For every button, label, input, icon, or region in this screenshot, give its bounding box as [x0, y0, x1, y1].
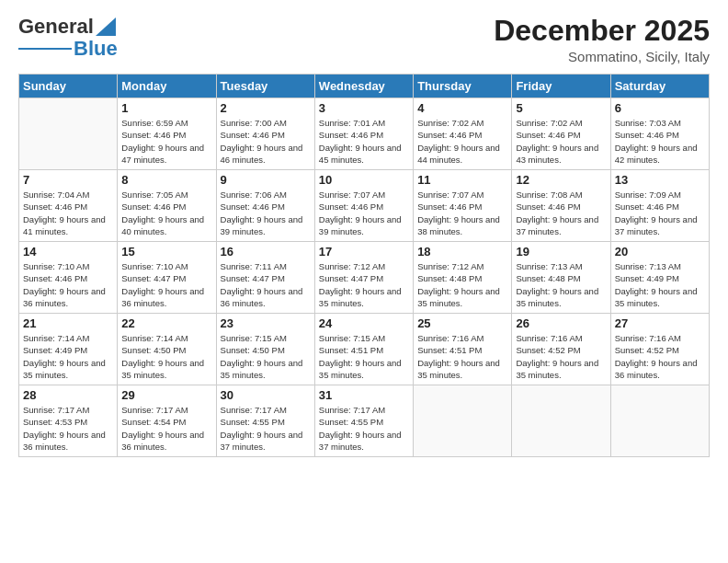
day-of-week-header: Tuesday [216, 75, 314, 98]
day-of-week-header: Monday [118, 75, 216, 98]
calendar-week-row: 21Sunrise: 7:14 AMSunset: 4:49 PMDayligh… [19, 314, 710, 385]
day-number: 1 [121, 101, 211, 115]
day-info: Sunrise: 7:04 AMSunset: 4:46 PMDaylight:… [23, 189, 113, 237]
day-info: Sunrise: 7:16 AMSunset: 4:52 PMDaylight:… [615, 332, 705, 381]
day-info: Sunrise: 7:00 AMSunset: 4:46 PMDaylight:… [221, 117, 311, 166]
calendar-day-cell: 29Sunrise: 7:17 AMSunset: 4:54 PMDayligh… [118, 385, 216, 457]
calendar-header-row: SundayMondayTuesdayWednesdayThursdayFrid… [19, 75, 710, 98]
day-number: 24 [319, 316, 409, 330]
calendar-day-cell: 5Sunrise: 7:02 AMSunset: 4:46 PMDaylight… [512, 98, 610, 170]
day-of-week-header: Friday [512, 75, 610, 98]
calendar-day-cell: 8Sunrise: 7:05 AMSunset: 4:46 PMDaylight… [118, 170, 216, 242]
day-number: 16 [221, 245, 311, 259]
main-title: December 2025 [494, 15, 710, 47]
calendar-day-cell: 12Sunrise: 7:08 AMSunset: 4:46 PMDayligh… [512, 170, 610, 242]
day-number: 11 [417, 173, 507, 187]
calendar-day-cell: 21Sunrise: 7:14 AMSunset: 4:49 PMDayligh… [19, 314, 118, 385]
day-number: 18 [417, 245, 507, 259]
calendar-day-cell: 7Sunrise: 7:04 AMSunset: 4:46 PMDaylight… [19, 170, 118, 242]
day-info: Sunrise: 7:08 AMSunset: 4:46 PMDaylight:… [516, 189, 606, 237]
day-info: Sunrise: 7:07 AMSunset: 4:46 PMDaylight:… [319, 189, 409, 237]
calendar-day-cell: 17Sunrise: 7:12 AMSunset: 4:47 PMDayligh… [314, 242, 413, 314]
day-info: Sunrise: 7:16 AMSunset: 4:52 PMDaylight:… [516, 332, 606, 381]
calendar-day-cell: 18Sunrise: 7:12 AMSunset: 4:48 PMDayligh… [414, 242, 512, 314]
title-block: December 2025 Sommatino, Sicily, Italy [494, 15, 710, 64]
day-number: 14 [23, 245, 113, 259]
day-info: Sunrise: 7:09 AMSunset: 4:46 PMDaylight:… [615, 189, 705, 237]
day-number: 25 [417, 316, 507, 330]
calendar-day-cell: 14Sunrise: 7:10 AMSunset: 4:46 PMDayligh… [19, 242, 118, 314]
calendar-week-row: 1Sunrise: 6:59 AMSunset: 4:46 PMDaylight… [19, 98, 710, 170]
day-number: 26 [516, 316, 606, 330]
calendar-day-cell: 3Sunrise: 7:01 AMSunset: 4:46 PMDaylight… [314, 98, 413, 170]
day-info: Sunrise: 7:02 AMSunset: 4:46 PMDaylight:… [516, 117, 606, 166]
calendar-day-cell: 27Sunrise: 7:16 AMSunset: 4:52 PMDayligh… [610, 314, 709, 385]
calendar-week-row: 7Sunrise: 7:04 AMSunset: 4:46 PMDaylight… [19, 170, 710, 242]
day-number: 10 [319, 173, 409, 187]
day-info: Sunrise: 7:17 AMSunset: 4:55 PMDaylight:… [221, 404, 311, 453]
day-info: Sunrise: 7:10 AMSunset: 4:47 PMDaylight:… [121, 260, 211, 309]
day-number: 19 [516, 245, 606, 259]
calendar-day-cell: 10Sunrise: 7:07 AMSunset: 4:46 PMDayligh… [314, 170, 413, 242]
calendar-day-cell [512, 385, 610, 457]
day-info: Sunrise: 6:59 AMSunset: 4:46 PMDaylight:… [121, 117, 211, 166]
page: General Blue December 2025 Sommatino, Si… [0, 0, 728, 563]
day-number: 21 [23, 316, 113, 330]
day-number: 8 [121, 173, 211, 187]
day-info: Sunrise: 7:12 AMSunset: 4:48 PMDaylight:… [417, 260, 507, 309]
day-number: 17 [319, 245, 409, 259]
day-info: Sunrise: 7:15 AMSunset: 4:50 PMDaylight:… [221, 332, 311, 381]
calendar-day-cell: 28Sunrise: 7:17 AMSunset: 4:53 PMDayligh… [19, 385, 118, 457]
calendar-day-cell: 19Sunrise: 7:13 AMSunset: 4:48 PMDayligh… [512, 242, 610, 314]
calendar-day-cell: 30Sunrise: 7:17 AMSunset: 4:55 PMDayligh… [216, 385, 314, 457]
day-info: Sunrise: 7:14 AMSunset: 4:50 PMDaylight:… [121, 332, 211, 381]
day-info: Sunrise: 7:17 AMSunset: 4:55 PMDaylight:… [319, 404, 409, 453]
day-info: Sunrise: 7:12 AMSunset: 4:47 PMDaylight:… [319, 260, 409, 309]
subtitle: Sommatino, Sicily, Italy [494, 49, 710, 64]
day-number: 15 [121, 245, 211, 259]
logo: General Blue [18, 15, 118, 61]
calendar-day-cell: 23Sunrise: 7:15 AMSunset: 4:50 PMDayligh… [216, 314, 314, 385]
day-info: Sunrise: 7:10 AMSunset: 4:46 PMDaylight:… [23, 260, 113, 309]
calendar-day-cell: 31Sunrise: 7:17 AMSunset: 4:55 PMDayligh… [314, 385, 413, 457]
calendar-day-cell: 22Sunrise: 7:14 AMSunset: 4:50 PMDayligh… [118, 314, 216, 385]
calendar-day-cell: 1Sunrise: 6:59 AMSunset: 4:46 PMDaylight… [118, 98, 216, 170]
day-info: Sunrise: 7:07 AMSunset: 4:46 PMDaylight:… [417, 189, 507, 237]
day-info: Sunrise: 7:05 AMSunset: 4:46 PMDaylight:… [121, 189, 211, 237]
logo-triangle-icon [96, 17, 116, 36]
calendar-day-cell: 24Sunrise: 7:15 AMSunset: 4:51 PMDayligh… [314, 314, 413, 385]
day-number: 7 [23, 173, 113, 187]
day-info: Sunrise: 7:17 AMSunset: 4:54 PMDaylight:… [121, 404, 211, 453]
day-number: 12 [516, 173, 606, 187]
day-info: Sunrise: 7:14 AMSunset: 4:49 PMDaylight:… [23, 332, 113, 381]
calendar-day-cell [610, 385, 709, 457]
day-info: Sunrise: 7:13 AMSunset: 4:49 PMDaylight:… [615, 260, 705, 309]
day-info: Sunrise: 7:15 AMSunset: 4:51 PMDaylight:… [319, 332, 409, 381]
day-info: Sunrise: 7:11 AMSunset: 4:47 PMDaylight:… [221, 260, 311, 309]
calendar-day-cell: 9Sunrise: 7:06 AMSunset: 4:46 PMDaylight… [216, 170, 314, 242]
calendar-day-cell: 6Sunrise: 7:03 AMSunset: 4:46 PMDaylight… [610, 98, 709, 170]
day-info: Sunrise: 7:16 AMSunset: 4:51 PMDaylight:… [417, 332, 507, 381]
day-number: 23 [221, 316, 311, 330]
day-number: 2 [221, 101, 311, 115]
day-info: Sunrise: 7:02 AMSunset: 4:46 PMDaylight:… [417, 117, 507, 166]
calendar-week-row: 28Sunrise: 7:17 AMSunset: 4:53 PMDayligh… [19, 385, 710, 457]
calendar-day-cell: 2Sunrise: 7:00 AMSunset: 4:46 PMDaylight… [216, 98, 314, 170]
logo-blue: Blue [74, 37, 118, 61]
calendar-day-cell: 15Sunrise: 7:10 AMSunset: 4:47 PMDayligh… [118, 242, 216, 314]
day-number: 20 [615, 245, 705, 259]
calendar-day-cell: 11Sunrise: 7:07 AMSunset: 4:46 PMDayligh… [414, 170, 512, 242]
day-of-week-header: Sunday [19, 75, 118, 98]
day-of-week-header: Thursday [414, 75, 512, 98]
logo-block: General Blue [18, 15, 118, 61]
day-number: 28 [23, 388, 113, 402]
day-of-week-header: Wednesday [314, 75, 413, 98]
day-info: Sunrise: 7:06 AMSunset: 4:46 PMDaylight:… [221, 189, 311, 237]
day-info: Sunrise: 7:01 AMSunset: 4:46 PMDaylight:… [319, 117, 409, 166]
day-info: Sunrise: 7:13 AMSunset: 4:48 PMDaylight:… [516, 260, 606, 309]
day-info: Sunrise: 7:03 AMSunset: 4:46 PMDaylight:… [615, 117, 705, 166]
calendar-day-cell [414, 385, 512, 457]
logo-general: General [18, 15, 94, 39]
calendar-week-row: 14Sunrise: 7:10 AMSunset: 4:46 PMDayligh… [19, 242, 710, 314]
day-number: 22 [121, 316, 211, 330]
